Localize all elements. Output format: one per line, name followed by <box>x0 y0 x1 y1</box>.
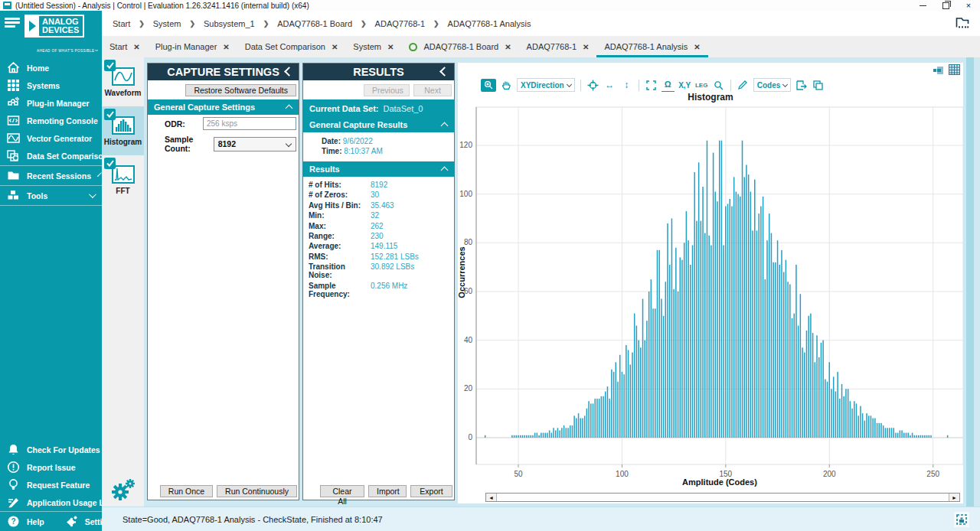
session-folder-icon[interactable] <box>956 17 969 30</box>
tab-adaq7768-1-board[interactable]: ADAQ7768-1 Board✕ <box>401 36 518 57</box>
sidebar-item-systems[interactable]: Systems <box>0 77 102 94</box>
breadcrumb-item[interactable]: ADAQ7768-1 Analysis <box>445 19 534 28</box>
zoom-select-button[interactable] <box>481 79 496 92</box>
zoom-window-button[interactable] <box>712 79 725 92</box>
chart-horizontal-scrollbar[interactable]: ◄ ► <box>485 493 960 502</box>
copy-chart-button[interactable] <box>812 79 825 92</box>
import-button[interactable]: Import <box>368 485 407 497</box>
vertical-zoom-button[interactable]: ↕ <box>620 79 633 92</box>
sidebar-item-plugin-manager[interactable]: Plug-in Manager <box>0 94 102 112</box>
tab-close-icon[interactable]: ✕ <box>583 43 589 51</box>
sidebar-item-tools[interactable]: Tools <box>0 187 102 204</box>
xydirection-dropdown[interactable]: XYDirection <box>517 78 575 92</box>
tab-close-icon[interactable]: ✕ <box>223 43 229 51</box>
breadcrumb-item[interactable]: Start <box>109 19 133 28</box>
sidebar-item-recent-sessions[interactable]: Recent Sessions <box>0 167 102 184</box>
general-capture-settings-section[interactable]: General Capture Settings <box>148 99 299 115</box>
breadcrumb-separator-icon: ❯ <box>133 20 150 28</box>
tab-close-icon[interactable]: ✕ <box>332 43 338 51</box>
fft-checkbox[interactable] <box>104 158 116 169</box>
stat-value: 32 <box>371 211 379 220</box>
pan-hand-button[interactable] <box>500 79 513 92</box>
tab-system[interactable]: System✕ <box>345 36 401 57</box>
codes-units-dropdown[interactable]: Codes <box>753 78 792 92</box>
svg-text:250: 250 <box>926 470 939 478</box>
legend-toggle[interactable]: LEG <box>695 79 708 92</box>
collapse-panel-icon[interactable] <box>284 67 294 77</box>
run-continuously-button[interactable]: Run Continuously <box>217 485 297 497</box>
dock-panel-icon[interactable] <box>933 64 943 78</box>
previous-button[interactable]: Previous <box>364 84 410 96</box>
sidebar-item-application-usage-logging[interactable]: Application Usage Logging <box>0 494 102 511</box>
tab-start[interactable]: Start✕ <box>102 36 148 57</box>
annotate-pencil-button[interactable] <box>737 79 750 92</box>
scroll-left-arrow[interactable]: ◄ <box>486 494 496 501</box>
clear-all-button[interactable]: Clear All <box>320 485 364 497</box>
tab-adaq7768-1[interactable]: ADAQ7768-1✕ <box>519 36 597 57</box>
sidebar-item-remoting-console[interactable]: Remoting Console <box>0 112 102 129</box>
sidebar-item-check-for-updates[interactable]: Check For Updates <box>0 441 102 458</box>
scroll-right-arrow[interactable]: ► <box>949 494 959 501</box>
tab-close-icon[interactable]: ✕ <box>387 43 394 51</box>
grid-view-icon[interactable] <box>949 64 960 78</box>
breadcrumb-item[interactable]: ADAQ7768-1 Board <box>274 19 355 28</box>
tab-label: ADAQ7768-1 <box>527 42 577 51</box>
histogram-plot[interactable]: 02040608010012050100150200250Amplitude (… <box>458 104 963 491</box>
restore-button[interactable] <box>934 0 957 11</box>
stat-value: 152.281 LSBs <box>371 252 419 261</box>
svg-text:100: 100 <box>459 190 472 198</box>
results-section[interactable]: Results <box>303 161 454 177</box>
stat-row: # of Zeros:30 <box>309 191 454 199</box>
sidebar-item-label: Remoting Console <box>27 116 98 125</box>
sidebar-item-report-issue[interactable]: Report Issue <box>0 458 102 476</box>
tool-fft[interactable]: FFT <box>102 155 144 204</box>
tool-histogram[interactable]: Histogram <box>102 106 144 155</box>
crosshair-button[interactable] <box>586 79 599 92</box>
chevron-up-icon <box>441 167 449 174</box>
svg-text:20: 20 <box>464 384 473 393</box>
tab-close-icon[interactable]: ✕ <box>505 43 511 51</box>
collapse-panel-icon[interactable] <box>439 67 449 77</box>
breadcrumb-item[interactable]: System <box>150 19 185 28</box>
horizontal-zoom-button[interactable]: ↔ <box>603 79 616 92</box>
xy-coordinates-toggle[interactable]: X,Y <box>678 79 691 92</box>
sidebar-item-data-set-comparison[interactable]: Data Set Comparison <box>0 147 102 165</box>
general-capture-results-section[interactable]: General Capture Results <box>303 117 454 132</box>
chart-toolbar: XYDirection ↔ ↕ Ω X,Y LEG Codes <box>481 77 825 93</box>
tab-close-icon[interactable]: ✕ <box>694 43 700 51</box>
export-chart-button[interactable] <box>795 79 808 92</box>
next-button[interactable]: Next <box>413 84 452 96</box>
histogram-checkbox[interactable] <box>104 109 116 120</box>
undo-zoom-button[interactable]: Ω <box>662 78 675 92</box>
sidebar-item-help[interactable]: ? Help <box>0 512 44 531</box>
sidebar-item-home[interactable]: Home <box>0 59 102 77</box>
chevron-down-icon <box>286 140 292 146</box>
tab-adaq7768-1-analysis[interactable]: ADAQ7768-1 Analysis✕ <box>596 36 707 57</box>
export-button[interactable]: Export <box>410 485 452 497</box>
menu-toggle-icon[interactable] <box>5 18 20 29</box>
restore-software-defaults-button[interactable]: Restore Software Defaults <box>185 84 296 96</box>
sidebar-item-request-feature[interactable]: Request Feature <box>0 476 102 494</box>
right-splitter-strip[interactable] <box>966 57 974 507</box>
breadcrumb-separator-icon: ❯ <box>355 20 372 28</box>
minimize-button[interactable] <box>911 0 934 11</box>
analysis-settings-gears[interactable] <box>102 477 144 502</box>
screenshot-feedback-button[interactable] <box>954 512 969 527</box>
run-once-button[interactable]: Run Once <box>160 485 213 497</box>
breadcrumb-item[interactable]: Subsystem_1 <box>201 19 258 28</box>
tab-plugin-manager[interactable]: Plug-in Manager✕ <box>148 36 237 57</box>
breadcrumb-item[interactable]: ADAQ7768-1 <box>372 19 428 28</box>
sidebar-item-vector-generator[interactable]: Vector Generator <box>0 129 102 147</box>
sample-count-dropdown[interactable]: 8192 <box>214 137 296 151</box>
tab-data-set-comparison[interactable]: Data Set Comparison✕ <box>237 36 346 57</box>
sidebar-item-label: Data Set Comparison <box>27 151 108 161</box>
xydirection-label: XYDirection <box>521 81 564 90</box>
tool-waveform[interactable]: Waveform <box>102 57 144 106</box>
fit-to-view-button[interactable] <box>645 79 658 92</box>
scrollbar-thumb[interactable] <box>496 494 949 501</box>
close-button[interactable]: × <box>957 0 980 11</box>
waveform-checkbox[interactable] <box>104 60 116 71</box>
odr-input[interactable] <box>203 117 296 130</box>
tab-close-icon[interactable]: ✕ <box>133 43 139 51</box>
codes-label: Codes <box>757 81 781 90</box>
